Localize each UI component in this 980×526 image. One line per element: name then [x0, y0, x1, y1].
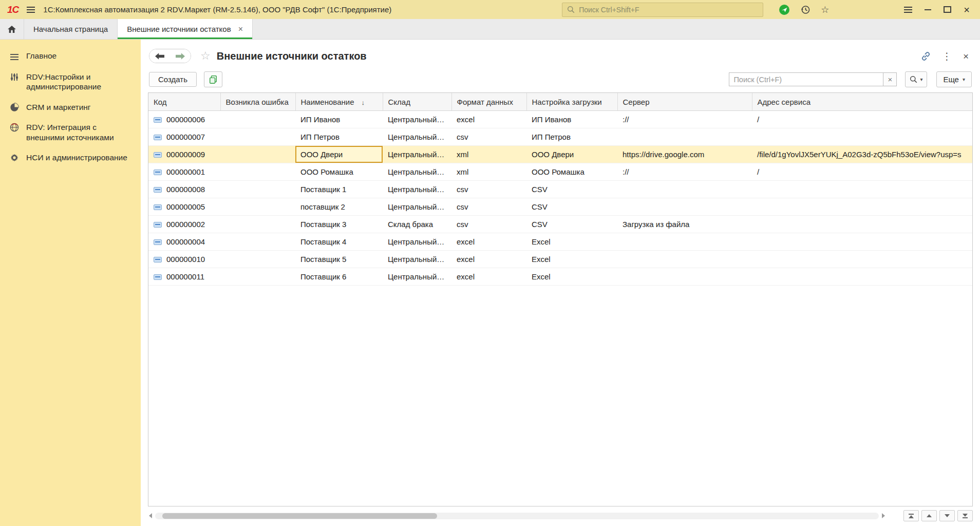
- cell-error[interactable]: [220, 128, 295, 146]
- cell-name[interactable]: ИП Иванов: [295, 111, 383, 128]
- discussions-icon[interactable]: [779, 4, 790, 15]
- table-row[interactable]: 000000006ИП ИвановЦентральный…excelИП Ив…: [148, 111, 973, 128]
- column-header-error[interactable]: Возникла ошибка: [220, 93, 295, 111]
- back-button[interactable]: [149, 49, 170, 63]
- table-row[interactable]: 000000004Поставщик 4Центральный…excelExc…: [148, 233, 973, 251]
- create-button[interactable]: Создать: [149, 72, 197, 87]
- table-row[interactable]: 000000002Поставщик 3Склад бракаcsvCSVЗаг…: [148, 216, 973, 233]
- cell-error[interactable]: [220, 111, 295, 128]
- cell-server[interactable]: [617, 128, 752, 146]
- cell-warehouse[interactable]: Центральный…: [383, 163, 451, 181]
- tab-external-sources[interactable]: Внешние источники остатков ×: [118, 19, 253, 39]
- cell-code[interactable]: 000000001: [148, 163, 220, 181]
- tab-start-page[interactable]: Начальная страница: [24, 19, 118, 39]
- cell-service_address[interactable]: [752, 233, 973, 251]
- minimize-button[interactable]: [925, 9, 931, 10]
- cell-warehouse[interactable]: Центральный…: [383, 268, 451, 286]
- scroll-to-top-button[interactable]: [903, 510, 919, 521]
- cell-format[interactable]: excel: [451, 268, 526, 286]
- global-search-box[interactable]: Поиск Ctrl+Shift+F: [562, 3, 763, 17]
- cell-name[interactable]: Поставщик 3: [295, 216, 383, 233]
- cell-warehouse[interactable]: Центральный…: [383, 128, 451, 146]
- cell-server[interactable]: Загрузка из файла: [617, 216, 752, 233]
- cell-server[interactable]: [617, 233, 752, 251]
- cell-name[interactable]: поставщик 2: [295, 198, 383, 216]
- sidebar-item-crm[interactable]: CRM и маркетинг: [0, 97, 141, 117]
- cell-load_setting[interactable]: ИП Иванов: [526, 111, 617, 128]
- cell-service_address[interactable]: [752, 268, 973, 286]
- table-row[interactable]: 000000008Поставщик 1Центральный…csvCSV: [148, 181, 973, 198]
- cell-error[interactable]: [220, 181, 295, 198]
- scrollbar-thumb[interactable]: [162, 513, 437, 519]
- scroll-up-button[interactable]: [921, 510, 937, 521]
- cell-load_setting[interactable]: Excel: [526, 268, 617, 286]
- cell-server[interactable]: [617, 251, 752, 268]
- cell-code[interactable]: 000000004: [148, 233, 220, 251]
- link-icon[interactable]: [921, 51, 931, 61]
- cell-load_setting[interactable]: ООО Ромашка: [526, 163, 617, 181]
- close-panel-icon[interactable]: ×: [963, 51, 969, 61]
- scroll-left-button[interactable]: [148, 513, 153, 518]
- cell-name[interactable]: ИП Петров: [295, 128, 383, 146]
- column-header-code[interactable]: Код: [148, 93, 220, 111]
- cell-code[interactable]: 000000006: [148, 111, 220, 128]
- cell-service_address[interactable]: /: [752, 111, 973, 128]
- cell-name[interactable]: ООО Двери: [295, 146, 383, 163]
- scroll-down-button[interactable]: [939, 510, 955, 521]
- column-header-warehouse[interactable]: Склад: [383, 93, 451, 111]
- cell-load_setting[interactable]: Excel: [526, 251, 617, 268]
- forward-button[interactable]: [170, 49, 191, 63]
- scroll-right-button[interactable]: [881, 513, 886, 518]
- cell-warehouse[interactable]: Склад брака: [383, 216, 451, 233]
- cell-format[interactable]: xml: [451, 163, 526, 181]
- cell-service_address[interactable]: [752, 251, 973, 268]
- tab-home[interactable]: [0, 19, 24, 39]
- cell-service_address[interactable]: /file/d/1gYovlJX5erYUKj_A02G3d-zQ5bFh53o…: [752, 146, 973, 163]
- copy-button[interactable]: [204, 71, 222, 87]
- cell-format[interactable]: excel: [451, 111, 526, 128]
- cell-warehouse[interactable]: Центральный…: [383, 111, 451, 128]
- sidebar-item-nsi-admin[interactable]: НСИ и администрирование: [0, 147, 141, 167]
- cell-name[interactable]: Поставщик 4: [295, 233, 383, 251]
- cell-error[interactable]: [220, 233, 295, 251]
- cell-warehouse[interactable]: Центральный…: [383, 146, 451, 163]
- column-header-load-setting[interactable]: Настройка загрузки: [526, 93, 617, 111]
- cell-warehouse[interactable]: Центральный…: [383, 181, 451, 198]
- cell-service_address[interactable]: [752, 216, 973, 233]
- main-menu-icon[interactable]: [27, 5, 35, 14]
- cell-load_setting[interactable]: ООО Двери: [526, 146, 617, 163]
- clear-search-button[interactable]: ×: [883, 72, 897, 86]
- cell-name[interactable]: Поставщик 6: [295, 268, 383, 286]
- cell-code[interactable]: 000000002: [148, 216, 220, 233]
- table-row[interactable]: 000000005поставщик 2Центральный…csvCSV: [148, 198, 973, 216]
- tab-close-icon[interactable]: ×: [238, 25, 243, 34]
- scrollbar-track[interactable]: [155, 513, 879, 519]
- cell-load_setting[interactable]: CSV: [526, 181, 617, 198]
- sidebar-item-rdv-settings[interactable]: RDV:Настройки и администрирование: [0, 67, 141, 97]
- cell-server[interactable]: [617, 268, 752, 286]
- column-header-format[interactable]: Формат данных: [451, 93, 526, 111]
- cell-code[interactable]: 000000009: [148, 146, 220, 163]
- cell-error[interactable]: [220, 268, 295, 286]
- cell-name[interactable]: ООО Ромашка: [295, 163, 383, 181]
- table-row[interactable]: 000000009ООО ДвериЦентральный…xmlООО Две…: [148, 146, 973, 163]
- cell-format[interactable]: csv: [451, 216, 526, 233]
- cell-format[interactable]: csv: [451, 128, 526, 146]
- cell-format[interactable]: excel: [451, 251, 526, 268]
- cell-name[interactable]: Поставщик 1: [295, 181, 383, 198]
- cell-load_setting[interactable]: CSV: [526, 198, 617, 216]
- close-window-button[interactable]: ×: [964, 5, 970, 15]
- list-search-input[interactable]: [729, 72, 883, 86]
- cell-service_address[interactable]: [752, 128, 973, 146]
- column-header-service-address[interactable]: Адрес сервиса: [752, 93, 973, 111]
- cell-load_setting[interactable]: CSV: [526, 216, 617, 233]
- column-header-server[interactable]: Сервер: [617, 93, 752, 111]
- sidebar-item-rdv-integration[interactable]: RDV: Интеграция с внешними источниками: [0, 117, 141, 147]
- table-row[interactable]: 000000007ИП ПетровЦентральный…csvИП Петр…: [148, 128, 973, 146]
- table-row[interactable]: 000000011Поставщик 6Центральный…excelExc…: [148, 268, 973, 286]
- cell-code[interactable]: 000000007: [148, 128, 220, 146]
- cell-code[interactable]: 000000011: [148, 268, 220, 286]
- sidebar-item-main[interactable]: Главное: [0, 46, 141, 67]
- column-header-name[interactable]: Наименование↓: [295, 93, 383, 111]
- cell-server[interactable]: [617, 181, 752, 198]
